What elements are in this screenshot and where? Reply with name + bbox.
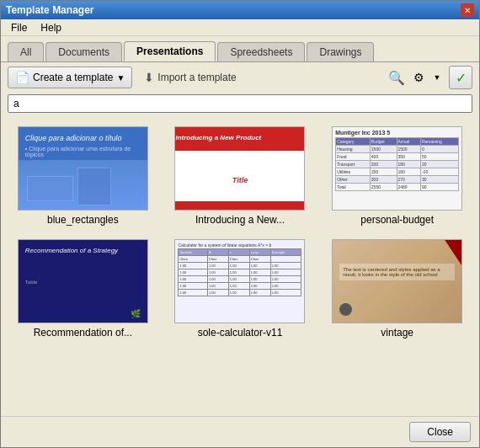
template-thumbnail-recommend: Recommendation of a Strategy Table 🌿 — [18, 239, 148, 323]
template-name-calculator: sole-calculator-v11 — [198, 327, 283, 339]
list-item[interactable]: The text is centered and styles applied … — [325, 239, 469, 339]
thumb-budget-title: Muntiger Inc 2013 5 — [335, 130, 459, 136]
tab-documents[interactable]: Documents — [45, 42, 122, 61]
tab-drawings[interactable]: Drawings — [307, 42, 374, 61]
thumb-rec-logo: 🌿 — [131, 309, 141, 318]
import-icon: ⬇ — [144, 71, 154, 84]
thumb-stripe-bottom — [175, 201, 304, 210]
template-thumbnail-budget: Muntiger Inc 2013 5 CategoryBudgetActual… — [332, 126, 462, 211]
create-dropdown-arrow: ▼ — [116, 73, 125, 83]
list-item[interactable]: Clique para adicionar o título • Clique … — [11, 126, 155, 226]
thumb-prod-title: Title — [232, 176, 248, 184]
thumb-vint-corner — [445, 240, 461, 265]
import-template-label: Import a template — [157, 72, 236, 83]
dropdown-icon: ▼ — [434, 73, 441, 82]
create-template-button[interactable]: 📄 Create a template ▼ — [8, 67, 132, 88]
thumb-rect2 — [77, 168, 111, 205]
footer: Close — [1, 416, 479, 447]
tab-all[interactable]: All — [8, 42, 44, 61]
thumb-stripe-text: Introducing a New Product — [175, 134, 261, 141]
confirm-button[interactable]: ✓ — [449, 66, 472, 89]
close-window-button[interactable]: ✕ — [461, 3, 474, 17]
thumb-rec-title: Recommendation of a Strategy — [25, 247, 141, 254]
thumb-calc-title: Calculator for a system of linear equati… — [178, 243, 301, 248]
tab-presentations[interactable]: Presentations — [124, 41, 216, 61]
thumb-vint-logo — [339, 303, 352, 316]
template-thumbnail-new-product: Introducing a New Product Title — [174, 126, 305, 211]
thumb-stripe-top: Introducing a New Product — [175, 127, 304, 151]
template-name-vintage: vintage — [381, 327, 413, 339]
template-name-budget: personal-budget — [360, 214, 434, 226]
menu-help[interactable]: Help — [34, 20, 68, 35]
thumb-title: Clique para adicionar o título — [25, 134, 122, 142]
list-item[interactable]: Recommendation of a Strategy Table 🌿 Rec… — [11, 239, 155, 339]
template-thumbnail-vintage: The text is centered and styles applied … — [332, 239, 462, 323]
template-grid: Clique para adicionar o título • Clique … — [1, 116, 479, 416]
toolbar: 📄 Create a template ▼ ⬇ Import a templat… — [1, 62, 479, 93]
toolbar-dropdown-button[interactable]: ▼ — [430, 67, 444, 88]
search-area: 🔍 ⚙ ▼ ✓ — [387, 66, 472, 89]
tab-spreedsheets[interactable]: Spreedsheets — [217, 42, 305, 61]
template-name-recommend: Recommendation of... — [34, 327, 132, 339]
template-manager-window: Template Manager ✕ File Help All Documen… — [0, 0, 480, 448]
settings-button[interactable]: ⚙ — [408, 67, 429, 88]
list-item[interactable]: Muntiger Inc 2013 5 CategoryBudgetActual… — [325, 126, 469, 226]
list-item[interactable]: Calculator for a system of linear equati… — [168, 239, 312, 339]
template-name-blue-rectangles: blue_rectangles — [47, 214, 119, 226]
template-thumbnail-blue-rectangles: Clique para adicionar o título • Clique … — [18, 126, 148, 211]
thumb-calc-table: VariableAxLoopExample ClaroClaroClaroCla… — [178, 248, 301, 296]
close-button[interactable]: Close — [409, 422, 471, 442]
tab-bar: All Documents Presentations Spreedsheets… — [1, 36, 479, 61]
search-input[interactable] — [8, 94, 472, 113]
checkmark-icon: ✓ — [456, 70, 467, 86]
window-title: Template Manager — [6, 4, 93, 16]
template-thumbnail-calculator: Calculator for a system of linear equati… — [174, 239, 305, 323]
import-template-button[interactable]: ⬇ Import a template — [137, 67, 243, 88]
title-bar: Template Manager ✕ — [1, 1, 479, 19]
template-name-new-product: Introducing a New... — [195, 214, 285, 226]
list-item[interactable]: Introducing a New Product Title Introduc… — [168, 126, 312, 226]
thumb-vint-text: The text is centered and styles applied … — [339, 264, 455, 280]
search-icon: 🔍 — [388, 70, 405, 86]
thumb-rec-sub: Table — [25, 280, 141, 285]
thumb-rect1 — [27, 176, 73, 201]
menu-file[interactable]: File — [4, 20, 34, 35]
thumb-budget-table: CategoryBudgetActualRemaining Housing150… — [335, 137, 459, 191]
search-input-row — [1, 93, 479, 116]
menu-bar: File Help — [1, 19, 479, 36]
search-button[interactable]: 🔍 — [387, 67, 407, 88]
settings-icon: ⚙ — [413, 71, 424, 84]
content-area: Clique para adicionar o título • Clique … — [1, 116, 479, 416]
create-template-label: Create a template — [33, 72, 113, 83]
create-icon: 📄 — [15, 71, 29, 84]
thumb-subtitle: • Clique para adicionar uma estrutura de… — [25, 146, 141, 157]
